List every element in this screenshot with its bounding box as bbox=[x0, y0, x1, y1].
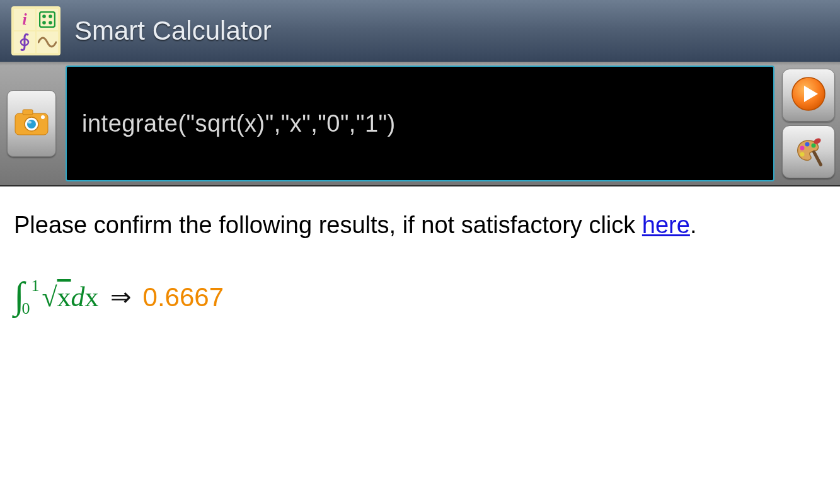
svg-point-9 bbox=[27, 120, 36, 129]
input-toolbar: integrate("sqrt(x)","x","0","1") bbox=[0, 62, 840, 186]
svg-point-2 bbox=[49, 14, 52, 18]
app-icon: i bbox=[11, 6, 60, 55]
confirm-prefix: Please confirm the following results, if… bbox=[14, 212, 642, 238]
svg-point-17 bbox=[800, 152, 805, 156]
svg-rect-18 bbox=[812, 149, 823, 166]
camera-button[interactable] bbox=[0, 62, 63, 185]
result-expression: ∫01 √xdx ⇒ 0.6667 bbox=[14, 275, 826, 319]
play-icon bbox=[791, 76, 826, 114]
expression-text: integrate("sqrt(x)","x","0","1") bbox=[82, 110, 396, 137]
palette-button[interactable] bbox=[782, 125, 835, 178]
result-value: 0.6667 bbox=[143, 282, 224, 312]
svg-rect-7 bbox=[23, 110, 33, 115]
result-area: Please confirm the following results, if… bbox=[0, 186, 840, 341]
integral-expression: ∫01 √xdx bbox=[14, 275, 99, 319]
svg-point-3 bbox=[42, 21, 46, 25]
svg-point-14 bbox=[800, 146, 805, 150]
svg-point-1 bbox=[42, 14, 46, 18]
expression-input[interactable]: integrate("sqrt(x)","x","0","1") bbox=[66, 66, 774, 181]
confirm-suffix: . bbox=[690, 212, 697, 238]
app-title: Smart Calculator bbox=[74, 16, 272, 46]
svg-rect-0 bbox=[40, 12, 55, 27]
retry-link[interactable]: here bbox=[642, 212, 690, 238]
grid-dots-icon bbox=[37, 9, 58, 30]
run-button[interactable] bbox=[782, 69, 835, 122]
info-icon: i bbox=[14, 9, 35, 30]
svg-point-4 bbox=[49, 21, 52, 25]
confirm-message: Please confirm the following results, if… bbox=[14, 209, 826, 241]
sine-wave-icon bbox=[37, 32, 58, 53]
phi-integral-icon bbox=[14, 32, 35, 53]
arrow-icon: ⇒ bbox=[110, 282, 132, 312]
svg-point-10 bbox=[41, 115, 45, 119]
camera-icon bbox=[14, 108, 49, 139]
svg-point-11 bbox=[28, 121, 32, 123]
palette-icon bbox=[791, 133, 826, 171]
title-bar: i Smart Calculator bbox=[0, 0, 840, 62]
svg-point-15 bbox=[805, 142, 810, 146]
svg-point-16 bbox=[812, 143, 816, 147]
